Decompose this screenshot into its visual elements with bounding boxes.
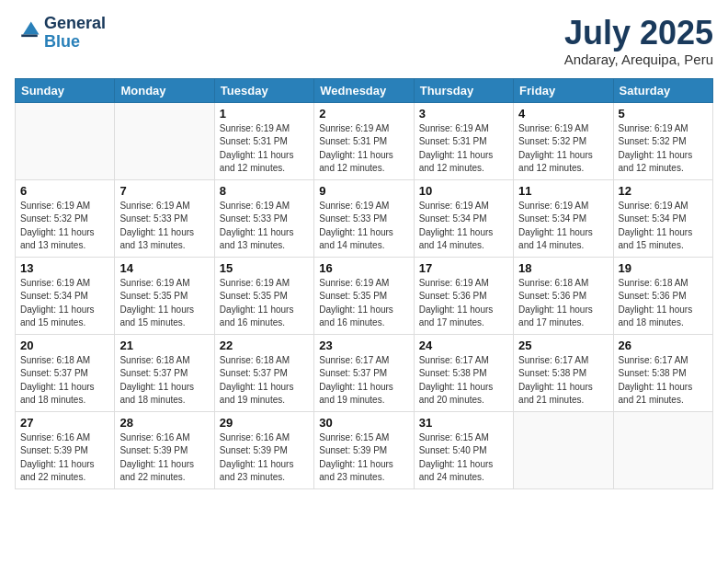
- cell-info: Sunrise: 6:15 AM Sunset: 5:39 PM Dayligh…: [319, 431, 408, 485]
- calendar-cell: 15Sunrise: 6:19 AM Sunset: 5:35 PM Dayli…: [214, 257, 313, 334]
- calendar-cell: 13Sunrise: 6:19 AM Sunset: 5:34 PM Dayli…: [16, 257, 115, 334]
- cell-info: Sunrise: 6:19 AM Sunset: 5:34 PM Dayligh…: [518, 200, 608, 253]
- calendar-cell: 9Sunrise: 6:19 AM Sunset: 5:33 PM Daylig…: [314, 179, 414, 257]
- cell-info: Sunrise: 6:19 AM Sunset: 5:31 PM Dayligh…: [319, 122, 408, 176]
- day-number: 3: [419, 107, 508, 121]
- week-row: 1Sunrise: 6:19 AM Sunset: 5:31 PM Daylig…: [16, 102, 713, 179]
- weekday-header: Thursday: [414, 78, 513, 102]
- calendar-cell: 3Sunrise: 6:19 AM Sunset: 5:31 PM Daylig…: [414, 102, 513, 179]
- day-number: 1: [220, 107, 309, 121]
- day-number: 24: [419, 339, 508, 352]
- cell-info: Sunrise: 6:18 AM Sunset: 5:36 PM Dayligh…: [518, 277, 608, 330]
- calendar-cell: 19Sunrise: 6:18 AM Sunset: 5:36 PM Dayli…: [613, 257, 712, 334]
- day-number: 29: [220, 416, 309, 430]
- weekday-header: Monday: [115, 78, 214, 102]
- calendar-cell: 31Sunrise: 6:15 AM Sunset: 5:40 PM Dayli…: [414, 411, 513, 488]
- weekday-header: Sunday: [16, 78, 115, 102]
- day-number: 12: [619, 184, 708, 198]
- calendar-cell: 11Sunrise: 6:19 AM Sunset: 5:34 PM Dayli…: [514, 179, 613, 257]
- day-number: 13: [20, 261, 109, 275]
- day-number: 20: [20, 339, 109, 352]
- calendar-cell: 24Sunrise: 6:17 AM Sunset: 5:38 PM Dayli…: [414, 334, 513, 411]
- calendar-cell: 30Sunrise: 6:15 AM Sunset: 5:39 PM Dayli…: [314, 411, 414, 488]
- cell-info: Sunrise: 6:16 AM Sunset: 5:39 PM Dayligh…: [20, 431, 109, 485]
- cell-info: Sunrise: 6:17 AM Sunset: 5:38 PM Dayligh…: [518, 354, 608, 408]
- cell-info: Sunrise: 6:16 AM Sunset: 5:39 PM Dayligh…: [119, 431, 209, 485]
- cell-info: Sunrise: 6:19 AM Sunset: 5:36 PM Dayligh…: [419, 277, 508, 330]
- cell-info: Sunrise: 6:18 AM Sunset: 5:37 PM Dayligh…: [220, 354, 309, 408]
- logo-line2: Blue: [44, 33, 106, 52]
- weekday-header: Friday: [514, 78, 613, 102]
- day-number: 28: [119, 416, 209, 430]
- calendar-cell: 22Sunrise: 6:18 AM Sunset: 5:37 PM Dayli…: [214, 334, 313, 411]
- cell-info: Sunrise: 6:19 AM Sunset: 5:31 PM Dayligh…: [419, 122, 508, 176]
- day-number: 16: [319, 261, 408, 275]
- day-number: 7: [119, 184, 209, 198]
- calendar-cell: 18Sunrise: 6:18 AM Sunset: 5:36 PM Dayli…: [514, 257, 613, 334]
- cell-info: Sunrise: 6:19 AM Sunset: 5:33 PM Dayligh…: [319, 200, 408, 253]
- day-number: 26: [619, 339, 708, 352]
- day-number: 27: [20, 416, 109, 430]
- day-number: 30: [319, 416, 408, 430]
- calendar-cell: [16, 102, 115, 179]
- calendar-cell: 4Sunrise: 6:19 AM Sunset: 5:32 PM Daylig…: [514, 102, 613, 179]
- calendar-cell: 29Sunrise: 6:16 AM Sunset: 5:39 PM Dayli…: [214, 411, 313, 488]
- day-number: 31: [419, 416, 508, 430]
- day-number: 21: [119, 339, 209, 352]
- day-number: 6: [20, 184, 109, 198]
- weekday-header: Wednesday: [314, 78, 414, 102]
- calendar-cell: 1Sunrise: 6:19 AM Sunset: 5:31 PM Daylig…: [214, 102, 313, 179]
- week-row: 6Sunrise: 6:19 AM Sunset: 5:32 PM Daylig…: [16, 179, 713, 257]
- day-number: 18: [518, 261, 608, 275]
- day-number: 14: [119, 261, 209, 275]
- title-block: July 2025 Andaray, Arequipa, Peru: [564, 15, 713, 67]
- calendar-cell: 27Sunrise: 6:16 AM Sunset: 5:39 PM Dayli…: [16, 411, 115, 488]
- cell-info: Sunrise: 6:19 AM Sunset: 5:35 PM Dayligh…: [319, 277, 408, 330]
- calendar-cell: 21Sunrise: 6:18 AM Sunset: 5:37 PM Dayli…: [115, 334, 214, 411]
- cell-info: Sunrise: 6:18 AM Sunset: 5:37 PM Dayligh…: [20, 354, 109, 408]
- calendar-cell: 5Sunrise: 6:19 AM Sunset: 5:32 PM Daylig…: [613, 102, 712, 179]
- calendar-cell: 26Sunrise: 6:17 AM Sunset: 5:38 PM Dayli…: [613, 334, 712, 411]
- calendar: SundayMondayTuesdayWednesdayThursdayFrid…: [15, 78, 713, 489]
- page-header: General Blue July 2025 Andaray, Arequipa…: [15, 15, 713, 67]
- cell-info: Sunrise: 6:19 AM Sunset: 5:32 PM Dayligh…: [20, 200, 109, 253]
- weekday-header: Saturday: [613, 78, 712, 102]
- week-row: 13Sunrise: 6:19 AM Sunset: 5:34 PM Dayli…: [16, 257, 713, 334]
- week-row: 27Sunrise: 6:16 AM Sunset: 5:39 PM Dayli…: [16, 411, 713, 488]
- calendar-cell: 25Sunrise: 6:17 AM Sunset: 5:38 PM Dayli…: [514, 334, 613, 411]
- logo-icon: [17, 18, 42, 44]
- cell-info: Sunrise: 6:19 AM Sunset: 5:32 PM Dayligh…: [619, 122, 708, 176]
- calendar-cell: 23Sunrise: 6:17 AM Sunset: 5:37 PM Dayli…: [314, 334, 414, 411]
- cell-info: Sunrise: 6:17 AM Sunset: 5:38 PM Dayligh…: [619, 354, 708, 408]
- location: Andaray, Arequipa, Peru: [564, 52, 713, 67]
- calendar-cell: 16Sunrise: 6:19 AM Sunset: 5:35 PM Dayli…: [314, 257, 414, 334]
- calendar-cell: 7Sunrise: 6:19 AM Sunset: 5:33 PM Daylig…: [115, 179, 214, 257]
- cell-info: Sunrise: 6:19 AM Sunset: 5:34 PM Dayligh…: [419, 200, 508, 253]
- day-number: 23: [319, 339, 408, 352]
- cell-info: Sunrise: 6:15 AM Sunset: 5:40 PM Dayligh…: [419, 431, 508, 485]
- logo-line1: General: [44, 15, 106, 33]
- day-number: 10: [419, 184, 508, 198]
- cell-info: Sunrise: 6:19 AM Sunset: 5:34 PM Dayligh…: [619, 200, 708, 253]
- cell-info: Sunrise: 6:19 AM Sunset: 5:35 PM Dayligh…: [220, 277, 309, 330]
- cell-info: Sunrise: 6:19 AM Sunset: 5:33 PM Dayligh…: [119, 200, 209, 253]
- day-number: 4: [518, 107, 608, 121]
- cell-info: Sunrise: 6:18 AM Sunset: 5:36 PM Dayligh…: [619, 277, 708, 330]
- day-number: 2: [319, 107, 408, 121]
- day-number: 9: [319, 184, 408, 198]
- cell-info: Sunrise: 6:17 AM Sunset: 5:37 PM Dayligh…: [319, 354, 408, 408]
- month-title: July 2025: [564, 15, 713, 52]
- calendar-cell: 6Sunrise: 6:19 AM Sunset: 5:32 PM Daylig…: [16, 179, 115, 257]
- cell-info: Sunrise: 6:19 AM Sunset: 5:32 PM Dayligh…: [518, 122, 608, 176]
- weekday-header: Tuesday: [214, 78, 313, 102]
- calendar-cell: [115, 102, 214, 179]
- cell-info: Sunrise: 6:16 AM Sunset: 5:39 PM Dayligh…: [220, 431, 309, 485]
- calendar-cell: 28Sunrise: 6:16 AM Sunset: 5:39 PM Dayli…: [115, 411, 214, 488]
- svg-rect-1: [21, 34, 38, 37]
- calendar-cell: 8Sunrise: 6:19 AM Sunset: 5:33 PM Daylig…: [214, 179, 313, 257]
- week-row: 20Sunrise: 6:18 AM Sunset: 5:37 PM Dayli…: [16, 334, 713, 411]
- svg-marker-0: [23, 21, 40, 34]
- cell-info: Sunrise: 6:19 AM Sunset: 5:31 PM Dayligh…: [220, 122, 309, 176]
- day-number: 15: [220, 261, 309, 275]
- calendar-cell: 20Sunrise: 6:18 AM Sunset: 5:37 PM Dayli…: [16, 334, 115, 411]
